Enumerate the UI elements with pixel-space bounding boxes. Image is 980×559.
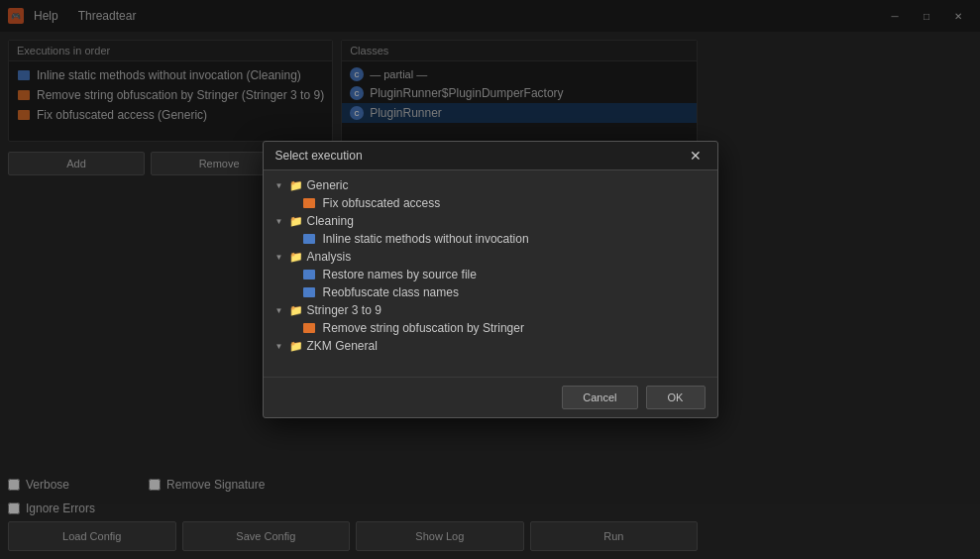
leaf-icon-blue: [303, 270, 315, 280]
tree-category-label: ZKM General: [307, 339, 378, 353]
modal-ok-button[interactable]: OK: [646, 386, 706, 409]
tree-category-label: Stringer 3 to 9: [307, 303, 381, 317]
tree-category-label: Cleaning: [307, 214, 354, 228]
tree-leaf-label: Fix obfuscated access: [323, 196, 441, 210]
tree-leaf-label: Inline static methods without invocation: [323, 232, 529, 246]
tree-arrow-icon: ▼: [275, 253, 285, 262]
tree-category-zkm[interactable]: ▼ 📁 ZKM General: [264, 337, 717, 355]
tree-category-label: Generic: [307, 178, 349, 192]
tree-leaf-restore-names[interactable]: Restore names by source file: [264, 266, 717, 283]
folder-icon: 📁: [289, 179, 303, 192]
tree-arrow-icon: ▼: [275, 181, 285, 190]
modal-close-button[interactable]: ✕: [686, 148, 706, 164]
folder-icon: 📁: [289, 340, 303, 353]
folder-icon: 📁: [289, 251, 303, 264]
tree-leaf-inline-static[interactable]: Inline static methods without invocation: [264, 230, 717, 248]
folder-icon: 📁: [289, 304, 303, 317]
tree-leaf-fix-obfuscated[interactable]: Fix obfuscated access: [264, 194, 717, 212]
modal-body: ▼ 📁 Generic Fix obfuscated access ▼ 📁 Cl…: [264, 170, 717, 377]
leaf-icon-blue: [303, 234, 315, 244]
tree-leaf-label: Reobfuscate class names: [323, 285, 459, 299]
tree-category-cleaning[interactable]: ▼ 📁 Cleaning: [264, 212, 717, 230]
folder-icon: 📁: [289, 215, 303, 228]
modal-title-bar: Select execution ✕: [264, 142, 717, 170]
modal-overlay[interactable]: Select execution ✕ ▼ 📁 Generic Fix obfus…: [0, 0, 980, 559]
tree-category-analysis[interactable]: ▼ 📁 Analysis: [264, 248, 717, 266]
leaf-icon-blue: [303, 287, 315, 297]
tree-arrow-icon: ▼: [275, 217, 285, 226]
leaf-icon-orange: [303, 198, 315, 208]
tree-category-stringer[interactable]: ▼ 📁 Stringer 3 to 9: [264, 301, 717, 319]
tree-category-label: Analysis: [307, 250, 352, 264]
tree-category-generic[interactable]: ▼ 📁 Generic: [264, 176, 717, 194]
tree-arrow-icon: ▼: [275, 306, 285, 315]
modal-cancel-button[interactable]: Cancel: [562, 386, 637, 409]
modal-footer: Cancel OK: [264, 377, 717, 417]
tree-leaf-label: Restore names by source file: [323, 268, 477, 281]
tree-leaf-remove-stringer[interactable]: Remove string obfuscation by Stringer: [264, 319, 717, 337]
leaf-icon-orange: [303, 323, 315, 333]
tree-leaf-label: Remove string obfuscation by Stringer: [323, 321, 524, 335]
tree-leaf-reobfuscate[interactable]: Reobfuscate class names: [264, 283, 717, 301]
select-execution-modal: Select execution ✕ ▼ 📁 Generic Fix obfus…: [263, 141, 718, 418]
tree-arrow-icon: ▼: [275, 342, 285, 351]
modal-title: Select execution: [275, 149, 363, 163]
